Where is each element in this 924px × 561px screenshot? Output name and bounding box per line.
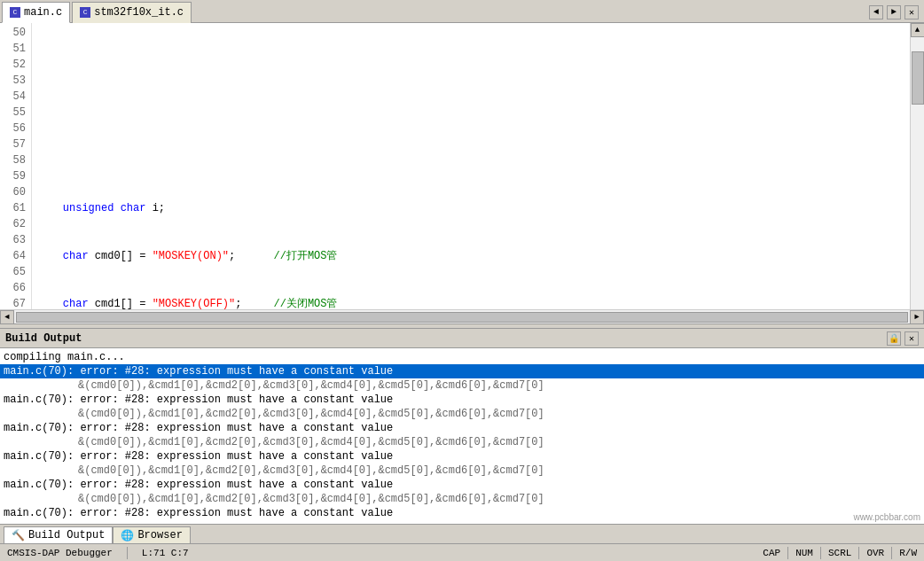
build-line-8: &(cmd0[0]),&cmd1[0],&cmd2[0],&cmd3[0],&c… — [0, 464, 924, 478]
status-divider-1 — [127, 547, 128, 559]
status-divider-5 — [891, 547, 892, 559]
build-close-btn[interactable]: ✕ — [904, 331, 919, 346]
code-line-54: char cmd0[] = "MOSKEY(ON)"; //打开MOS管 — [37, 248, 904, 264]
code-editor[interactable]: unsigned char i; char cmd0[] = "MOSKEY(O… — [32, 23, 910, 309]
tab-main-c[interactable]: C main.c — [2, 2, 70, 23]
build-line-3: main.c(70): error: #28: expression must … — [0, 393, 924, 407]
build-line-5: main.c(70): error: #28: expression must … — [0, 421, 924, 435]
status-keys: CAP NUM SCRL OVR R/W — [763, 547, 917, 559]
caps-label: CAP — [763, 548, 780, 558]
build-line-6: &(cmd0[0]),&cmd1[0],&cmd2[0],&cmd3[0],&c… — [0, 435, 924, 449]
file-icon-2: C — [80, 7, 90, 18]
status-position: L:71 C:7 — [142, 548, 189, 558]
tab-bar: C main.c C stm32f10x_it.c ◄ ► ✕ — [0, 0, 924, 23]
code-line-51 — [37, 105, 904, 121]
build-output-panel: Build Output 🔒 ✕ compiling main.c... mai… — [0, 329, 924, 524]
build-line-0: compiling main.c... — [0, 350, 924, 364]
debugger-label: CMSIS-DAP Debugger — [7, 548, 113, 558]
tab-label-main-c: main.c — [24, 6, 62, 19]
scroll-left-btn[interactable]: ◄ — [0, 310, 14, 324]
build-output-header: Build Output 🔒 ✕ — [0, 329, 924, 348]
editor-scrollbar-v[interactable]: ▲ — [910, 23, 924, 309]
tab-close-btn[interactable]: ✕ — [904, 5, 919, 19]
status-debugger: CMSIS-DAP Debugger — [7, 548, 113, 558]
watermark: www.pcbbar.com — [853, 512, 920, 522]
rw-label: R/W — [899, 548, 917, 558]
tab-scroll-left-btn[interactable]: ◄ — [869, 5, 883, 19]
tab-label-stm32-c: stm32f10x_it.c — [94, 6, 184, 19]
tab-build-label: Build Output — [28, 529, 105, 542]
ovr-label: OVR — [866, 548, 884, 558]
status-divider-3 — [820, 547, 821, 559]
build-line-4: &(cmd0[0]),&cmd1[0],&cmd2[0],&cmd3[0],&c… — [0, 407, 924, 421]
code-line-55: char cmd1[] = "MOSKEY(OFF)"; //关闭MOS管 — [37, 296, 904, 309]
status-divider-4 — [858, 547, 859, 559]
code-line-50 — [37, 57, 904, 73]
line-numbers: 50 51 52 53 54 55 56 57 58 59 60 61 62 6… — [0, 23, 32, 309]
build-line-11: main.c(70): error: #28: expression must … — [0, 506, 924, 520]
code-line-53: unsigned char i; — [37, 200, 904, 216]
build-pin-btn[interactable]: 🔒 — [887, 331, 901, 346]
tab-browser[interactable]: 🌐 Browser — [113, 526, 190, 544]
scroll-up-btn[interactable]: ▲ — [911, 23, 925, 37]
build-output-icon: 🔨 — [12, 529, 25, 542]
editor-scrollbar-h[interactable]: ◄ ► — [0, 309, 924, 323]
scroll-thumb[interactable] — [912, 51, 924, 105]
tab-stm32-c[interactable]: C stm32f10x_it.c — [72, 2, 192, 23]
scroll-right-btn[interactable]: ► — [910, 310, 924, 324]
editor-panel: 50 51 52 53 54 55 56 57 58 59 60 61 62 6… — [0, 23, 924, 323]
build-line-9: main.c(70): error: #28: expression must … — [0, 478, 924, 492]
build-line-10: &(cmd0[0]),&cmd1[0],&cmd2[0],&cmd3[0],&c… — [0, 492, 924, 506]
status-bar: CMSIS-DAP Debugger L:71 C:7 CAP NUM SCRL… — [0, 543, 924, 561]
build-output-title: Build Output — [5, 332, 883, 345]
status-divider-2 — [787, 547, 788, 559]
code-line-52 — [37, 152, 904, 168]
build-line-7: main.c(70): error: #28: expression must … — [0, 449, 924, 464]
tab-build-output[interactable]: 🔨 Build Output — [4, 526, 113, 544]
tab-scroll-right-btn[interactable]: ► — [887, 5, 901, 19]
num-label: NUM — [795, 548, 813, 558]
file-icon: C — [10, 7, 20, 18]
build-output-content[interactable]: compiling main.c... main.c(70): error: #… — [0, 348, 924, 524]
browser-icon: 🌐 — [121, 529, 134, 542]
scrl-label: SCRL — [828, 548, 851, 558]
tab-browser-label: Browser — [137, 529, 182, 542]
tab-controls: ◄ ► ✕ — [869, 5, 922, 19]
bottom-tabs: 🔨 Build Output 🌐 Browser — [0, 524, 924, 543]
position-label: L:71 C:7 — [142, 548, 189, 558]
editor-area: 50 51 52 53 54 55 56 57 58 59 60 61 62 6… — [0, 23, 924, 309]
build-line-1[interactable]: main.c(70): error: #28: expression must … — [0, 364, 924, 378]
build-line-2: &(cmd0[0]),&cmd1[0],&cmd2[0],&cmd3[0],&c… — [0, 378, 924, 393]
